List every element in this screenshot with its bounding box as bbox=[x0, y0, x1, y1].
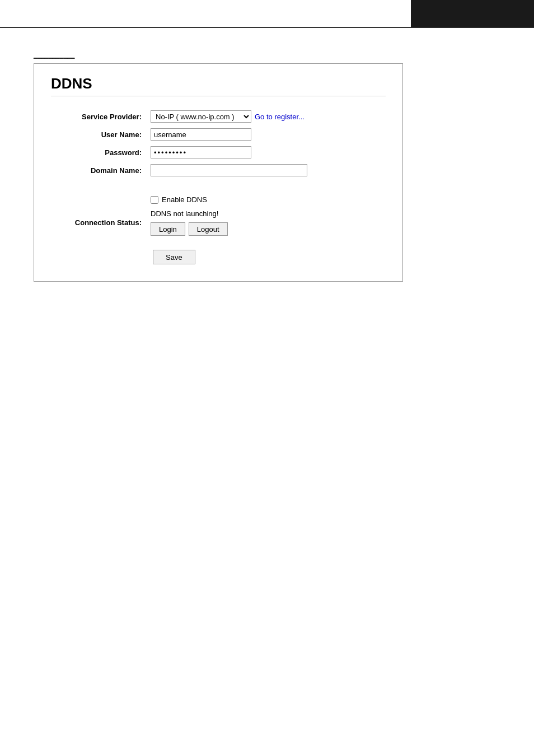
service-provider-input-cell: No-IP ( www.no-ip.com ) DynDNS Others Go… bbox=[146, 108, 386, 125]
connection-status-row: Connection Status: DDNS not launching! L… bbox=[51, 207, 386, 239]
ddns-form: Service Provider: No-IP ( www.no-ip.com … bbox=[51, 108, 386, 239]
user-name-input[interactable] bbox=[151, 128, 251, 141]
enable-ddns-spacer bbox=[51, 185, 146, 207]
go-to-register-link[interactable]: Go to register... bbox=[255, 113, 305, 121]
enable-ddns-label: Enable DDNS bbox=[162, 195, 207, 204]
header-bar bbox=[0, 0, 534, 28]
domain-name-label: Domain Name: bbox=[51, 161, 146, 179]
domain-name-input[interactable] bbox=[151, 164, 307, 176]
save-section: Save bbox=[51, 250, 386, 264]
user-name-input-cell bbox=[146, 125, 386, 143]
enable-ddns-cell: Enable DDNS bbox=[146, 185, 386, 207]
service-provider-row: Service Provider: No-IP ( www.no-ip.com … bbox=[51, 108, 386, 125]
connection-status-cell: DDNS not launching! Login Logout bbox=[146, 207, 386, 239]
password-label: Password: bbox=[51, 143, 146, 161]
domain-name-input-cell bbox=[146, 161, 386, 179]
password-row: Password: bbox=[51, 143, 386, 161]
main-content: ___________ DDNS Service Provider: No-IP… bbox=[0, 28, 534, 304]
logout-button[interactable]: Logout bbox=[189, 222, 228, 236]
save-button[interactable]: Save bbox=[153, 250, 195, 264]
spacer-row bbox=[51, 179, 386, 185]
enable-ddns-checkbox[interactable] bbox=[151, 196, 158, 204]
enable-ddns-row: Enable DDNS bbox=[51, 185, 386, 207]
connection-status-label: Connection Status: bbox=[51, 207, 146, 239]
panel-title: DDNS bbox=[51, 75, 386, 96]
user-name-label: User Name: bbox=[51, 125, 146, 143]
password-input-cell bbox=[146, 143, 386, 161]
login-button[interactable]: Login bbox=[151, 222, 185, 236]
password-input[interactable] bbox=[151, 146, 251, 158]
breadcrumb-link[interactable]: ___________ bbox=[34, 51, 74, 59]
domain-name-row: Domain Name: bbox=[51, 161, 386, 179]
connection-status-text: DDNS not launching! bbox=[151, 209, 381, 218]
service-provider-label: Service Provider: bbox=[51, 108, 146, 125]
header-dark-block bbox=[411, 0, 534, 27]
ddns-panel: DDNS Service Provider: No-IP ( www.no-ip… bbox=[34, 63, 403, 282]
service-provider-select[interactable]: No-IP ( www.no-ip.com ) DynDNS Others bbox=[151, 110, 251, 123]
user-name-row: User Name: bbox=[51, 125, 386, 143]
